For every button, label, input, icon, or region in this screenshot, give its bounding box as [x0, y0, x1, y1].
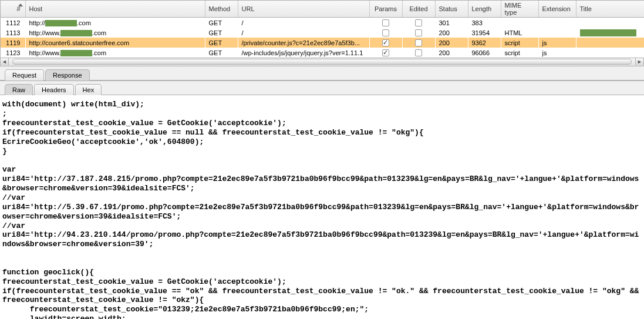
table-row[interactable]: 1112http://.comGET/301383 [1, 18, 644, 28]
cell-params [369, 48, 402, 58]
table-header-row: # Host Method URL Params Edited Status L… [1, 1, 644, 18]
col-length-header[interactable]: Length [468, 1, 501, 18]
col-title-header[interactable]: Title [576, 1, 644, 18]
edited-checkbox [415, 49, 422, 56]
sort-asc-icon [18, 4, 23, 6]
cell-edited [402, 38, 435, 48]
edited-checkbox [415, 19, 422, 26]
cell-num: 1112 [1, 18, 25, 28]
params-checkbox [382, 49, 389, 56]
cell-method: GET [205, 48, 238, 58]
cell-edited [402, 48, 435, 58]
tab-headers[interactable]: Headers [34, 84, 74, 95]
redacted-host-icon [45, 20, 77, 26]
col-ext-header[interactable]: Extension [538, 1, 576, 18]
cell-host: http://counter6.statcounterfree.com [25, 38, 205, 48]
cell-mime: script [501, 48, 538, 58]
cell-ext [538, 18, 576, 28]
cell-title [576, 18, 644, 28]
cell-method: GET [205, 38, 238, 48]
request-response-tabbar: RequestResponse [0, 66, 644, 80]
edited-checkbox [415, 39, 422, 46]
cell-ext [538, 28, 576, 38]
scroll-right-arrow-icon[interactable]: ► [635, 58, 643, 65]
col-mime-header[interactable]: MIME type [501, 1, 538, 18]
redacted-host-icon [60, 50, 92, 56]
cell-method: GET [205, 18, 238, 28]
cell-params [369, 18, 402, 28]
cell-title [576, 38, 644, 48]
cell-mime: script [501, 38, 538, 48]
cell-mime [501, 18, 538, 28]
col-status-header[interactable]: Status [435, 1, 468, 18]
cell-length: 383 [468, 18, 501, 28]
params-checkbox [382, 19, 389, 26]
cell-length: 9362 [468, 38, 501, 48]
col-host-header[interactable]: Host [25, 1, 205, 18]
cell-status: 301 [435, 18, 468, 28]
cell-status: 200 [435, 38, 468, 48]
cell-num: 1113 [1, 28, 25, 38]
cell-params [369, 28, 402, 38]
col-method-header[interactable]: Method [205, 1, 238, 18]
cell-url: /wp-includes/js/jquery/jquery.js?ver=1.1… [238, 48, 369, 58]
response-raw-body[interactable]: with(document) write(html_div); ; freeco… [0, 95, 644, 319]
col-edited-header[interactable]: Edited [402, 1, 435, 18]
cell-edited [402, 28, 435, 38]
scroll-thumb[interactable] [12, 59, 632, 65]
params-checkbox [382, 29, 389, 36]
table-row[interactable]: 1123http://www..comGET/wp-includes/js/jq… [1, 48, 644, 58]
table-row[interactable]: 1119http://counter6.statcounterfree.comG… [1, 38, 644, 48]
cell-ext: js [538, 38, 576, 48]
params-checkbox [382, 39, 389, 46]
cell-host: http://www..com [25, 48, 205, 58]
cell-num: 1123 [1, 48, 25, 58]
view-mode-tabbar: RawHeadersHex [0, 80, 644, 95]
col-params-header[interactable]: Params [369, 1, 402, 18]
cell-edited [402, 18, 435, 28]
tab-raw[interactable]: Raw [5, 84, 33, 95]
cell-url: /private/counter.js?c=21e2ec89e7a5f3b... [238, 38, 369, 48]
cell-params [369, 38, 402, 48]
cell-host: http://www..com [25, 28, 205, 38]
tab-request[interactable]: Request [5, 69, 44, 80]
cell-url: / [238, 28, 369, 38]
cell-mime: HTML [501, 28, 538, 38]
cell-title [576, 48, 644, 58]
cell-status: 200 [435, 48, 468, 58]
cell-status: 200 [435, 28, 468, 38]
cell-method: GET [205, 28, 238, 38]
cell-title [576, 28, 644, 38]
col-url-header[interactable]: URL [238, 1, 369, 18]
http-history-table: # Host Method URL Params Edited Status L… [0, 0, 644, 58]
cell-url: / [238, 18, 369, 28]
cell-host: http://.com [25, 18, 205, 28]
cell-length: 31954 [468, 28, 501, 38]
table-row[interactable]: 1113http://www..comGET/20031954HTML [1, 28, 644, 38]
col-num-header[interactable]: # [1, 1, 25, 18]
tab-response[interactable]: Response [45, 69, 90, 80]
scroll-left-arrow-icon[interactable]: ◄ [1, 58, 9, 65]
cell-ext: js [538, 48, 576, 58]
tab-hex[interactable]: Hex [75, 84, 102, 95]
cell-length: 96066 [468, 48, 501, 58]
horizontal-scrollbar[interactable]: ◄ ► [0, 58, 644, 66]
redacted-host-icon [60, 30, 92, 36]
cell-num: 1119 [1, 38, 25, 48]
edited-checkbox [415, 29, 422, 36]
redacted-title-icon [580, 29, 636, 36]
